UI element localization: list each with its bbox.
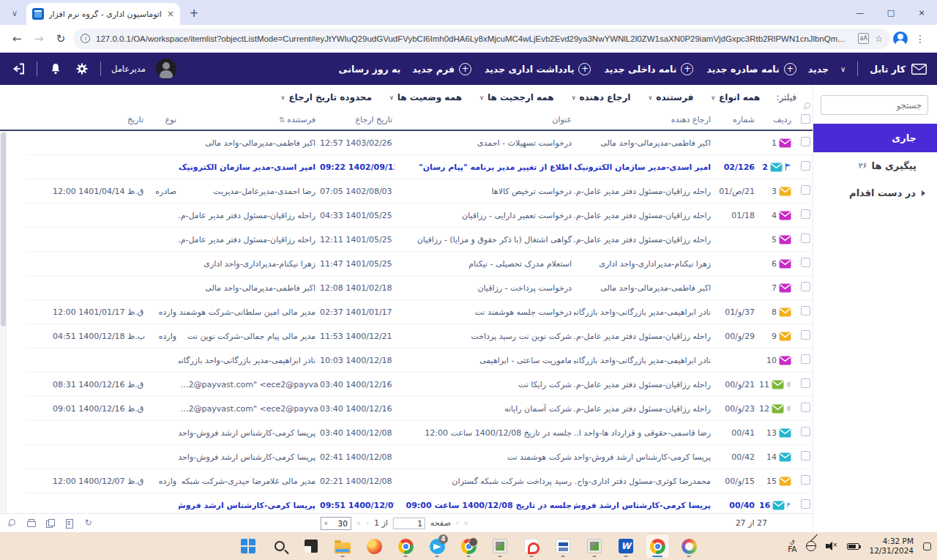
cell-title[interactable]: شرکت آسمان رایانه: [395, 404, 574, 414]
header-referrer[interactable]: ارجاع دهنده: [574, 115, 713, 124]
print-icon[interactable]: [26, 518, 36, 528]
table-row[interactable]: 13 00/41 رضا قاسمی-حقوقی و قرارداد ها-وا…: [25, 421, 813, 445]
table-row[interactable]: 10 نادر ابراهیمی-مدیر بازرگانی-واحد بازر…: [25, 348, 813, 373]
url-input[interactable]: [96, 34, 852, 43]
row-checkbox[interactable]: [801, 403, 810, 412]
table-row[interactable]: 5 راحله رزاقیان-مسئول دفتر مدیر عامل-م..…: [25, 228, 813, 252]
volume-muted-icon[interactable]: ×: [826, 542, 837, 550]
clock[interactable]: 4:32 PM 12/31/2024: [869, 537, 914, 556]
row-checkbox[interactable]: [801, 451, 810, 460]
acrobat-icon[interactable]: [520, 534, 543, 558]
table-row[interactable]: 1 اکبر فاطمی-مدیرمالی-واحد مالی درخواست …: [25, 131, 813, 155]
cell-title[interactable]: شرکت رایکا نت: [395, 380, 574, 389]
row-checkbox[interactable]: [801, 282, 810, 291]
cell-title[interactable]: ماموریت ساعتی - ابراهیمی: [395, 356, 574, 365]
row-checkbox[interactable]: [801, 306, 810, 316]
table-row[interactable]: 9 29/و/00 راحله رزاقیان-مسئول دفتر مدیر …: [25, 324, 813, 348]
page-number-input[interactable]: [393, 518, 425, 529]
battery-icon[interactable]: [847, 543, 859, 550]
notification-center-icon[interactable]: [923, 542, 931, 550]
file-explorer-icon[interactable]: [331, 534, 354, 558]
cell-title[interactable]: شرکت نوین نت رسید پرداخت: [395, 332, 574, 341]
row-checkbox[interactable]: [801, 258, 810, 267]
header-date[interactable]: تاریخ: [51, 115, 146, 124]
table-row[interactable]: 6 زهرا نیکنام-مدیراداری-واحد اداری استعل…: [25, 252, 813, 276]
logout-icon[interactable]: [10, 61, 26, 77]
cell-title[interactable]: درخواست جلسه هوشمند نت: [395, 307, 574, 317]
finance-app-icon[interactable]: [551, 534, 575, 558]
new-tab-button[interactable]: +: [184, 4, 204, 23]
forward-button[interactable]: →: [29, 29, 48, 48]
app-icon-2[interactable]: [583, 534, 606, 558]
row-checkbox[interactable]: [801, 499, 810, 509]
window-maximize-button[interactable]: □: [876, 0, 906, 25]
export-icon[interactable]: [64, 518, 74, 528]
table-row[interactable]: 11 21/و/00 راحله رزاقیان-مسئول دفتر مدیر…: [25, 373, 813, 397]
notifications-bell-icon[interactable]: [48, 61, 64, 77]
app-icon[interactable]: [488, 534, 512, 558]
sidebar-item[interactable]: جاری: [813, 124, 937, 152]
chevron-down-icon[interactable]: ∨: [840, 65, 845, 73]
chrome-icon[interactable]: [394, 534, 417, 558]
tab-close-icon[interactable]: ×: [167, 9, 174, 19]
chrome-active-icon[interactable]: [646, 534, 669, 558]
table-row[interactable]: 15 15/و/00 محمدرضا کوثری-مسئول دفتر ادار…: [25, 469, 813, 493]
row-checkbox[interactable]: [801, 209, 810, 219]
new-item-button[interactable]: فرم جدید: [412, 63, 471, 75]
row-checkbox[interactable]: [801, 161, 810, 171]
network-globe-icon[interactable]: [806, 541, 816, 551]
row-checkbox[interactable]: [801, 427, 810, 436]
cell-title[interactable]: جلسه در تاریخ 1400/12/08 ساعت 09:00: [395, 501, 574, 510]
paint-icon[interactable]: [677, 534, 701, 558]
filter-dropdown[interactable]: ارجاع دهنده: [572, 92, 631, 102]
firefox-icon[interactable]: [362, 534, 386, 558]
cell-title[interactable]: گواهی اشتغال (با ذکر حقوق و مزایا) - رزا…: [395, 235, 574, 244]
start-button[interactable]: [236, 534, 260, 558]
table-row[interactable]: 16 00/40 پریسا کرمی-کارشناس ارشد فروش-وا…: [25, 493, 813, 513]
row-checkbox[interactable]: [801, 475, 810, 485]
header-title[interactable]: عنوان: [395, 115, 574, 124]
refresh-button[interactable]: به روز رسانی: [339, 64, 401, 75]
cell-title[interactable]: درخواست تسهیلات - احمدی: [395, 138, 574, 148]
word-icon[interactable]: [614, 534, 638, 558]
row-checkbox[interactable]: [801, 378, 810, 388]
header-row[interactable]: ردیف: [757, 115, 794, 124]
telegram-icon[interactable]: 4: [425, 534, 449, 558]
reload-button[interactable]: ↻: [51, 29, 70, 48]
table-row[interactable]: 4 01/18 راحله رزاقیان-مسئول دفتر مدیر عا…: [25, 204, 813, 228]
sidebar-search[interactable]: [821, 95, 928, 115]
filter-dropdown[interactable]: همه انواع: [711, 92, 760, 102]
row-checkbox[interactable]: [801, 330, 810, 340]
filter-dropdown[interactable]: همه وضعیت ها: [389, 92, 462, 102]
sidebar-item[interactable]: پیگیری ها ۲۶: [813, 152, 937, 179]
copy-icon[interactable]: [45, 518, 55, 528]
next-page-icon[interactable]: ›: [456, 519, 459, 527]
header-number[interactable]: شماره: [713, 115, 757, 124]
cell-title[interactable]: استعلام مدرک تحصیلی - نیکنام: [395, 259, 574, 269]
browser-tab[interactable]: اتوماسیون اداری - گروه نرم افزاری ×: [26, 3, 180, 25]
new-item-button[interactable]: نامه داخلی جدید: [604, 63, 693, 75]
first-page-icon[interactable]: «: [356, 519, 361, 527]
cell-title[interactable]: درخواست پرداخت - رزاقیان: [395, 283, 574, 293]
prev-page-icon[interactable]: ‹: [366, 519, 369, 527]
new-item-button[interactable]: نامه صادره جدید: [706, 63, 796, 75]
browser-profile-icon[interactable]: [893, 31, 908, 46]
row-checkbox[interactable]: [801, 137, 810, 146]
table-row[interactable]: 14 00/42 پریسا کرمی-کارشناس ارشد فروش-وا…: [25, 445, 813, 469]
header-ref-date[interactable]: تاریخ ارجاع: [318, 115, 395, 124]
page-size-select[interactable]: ∨ 30: [321, 517, 351, 530]
filter-dropdown[interactable]: فرستنده: [648, 92, 693, 102]
refresh-icon[interactable]: ↻: [83, 518, 93, 528]
chrome-profile-icon[interactable]: [457, 534, 480, 558]
cell-title[interactable]: جلسه در تاریخ 1400/12/08 ساعت 12:00: [395, 428, 574, 438]
cell-title[interactable]: شرکت هوشمند نت: [395, 452, 574, 462]
table-row[interactable]: 2 02/126 امیر اسدی-مدیر سازمان الکترونیک…: [25, 155, 813, 179]
last-page-icon[interactable]: »: [464, 519, 468, 527]
new-item-button[interactable]: یادداشت اداری جدید: [485, 63, 591, 75]
header-sender[interactable]: فرستنده⇅: [179, 115, 318, 124]
cell-title[interactable]: درخواست تعمیر دارایی - رزاقیان: [395, 211, 574, 220]
row-checkbox[interactable]: [801, 354, 810, 364]
cell-title[interactable]: اطلاع از تغییر مدیر برنامه "پیام رسان": [395, 163, 574, 172]
row-checkbox[interactable]: [801, 185, 810, 195]
translate-icon[interactable]: aA: [858, 33, 869, 44]
